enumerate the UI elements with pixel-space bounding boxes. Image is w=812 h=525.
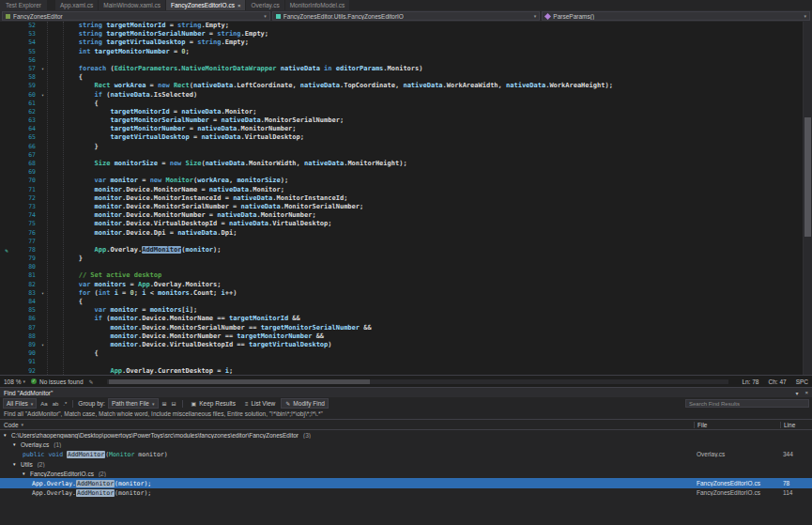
- breakpoint-margin[interactable]: [0, 160, 13, 168]
- breakpoint-margin[interactable]: [0, 203, 13, 211]
- code-line[interactable]: 54 string targetVirtualDesktop = string.…: [0, 39, 803, 47]
- breakpoint-margin[interactable]: [0, 73, 13, 82]
- code-text[interactable]: var monitor = new Monitor(workArea, moni…: [47, 177, 288, 185]
- code-text[interactable]: string targetMonitorId = string.Empty;: [47, 22, 229, 30]
- code-line[interactable]: 61 {: [0, 100, 803, 108]
- column-header-line[interactable]: Line: [780, 422, 812, 428]
- breakpoint-margin[interactable]: [0, 238, 13, 246]
- breakpoint-margin[interactable]: [0, 341, 13, 349]
- document-health-indicator[interactable]: ✓ No issues found: [31, 378, 84, 385]
- code-line[interactable]: 73 monitor.Device.MonitorSerialNumber = …: [0, 203, 803, 211]
- breakpoint-margin[interactable]: [0, 367, 13, 376]
- scope-dropdown[interactable]: All Files ▾: [3, 398, 37, 409]
- doc-tab[interactable]: MonitorInfoModel.cs: [285, 0, 350, 10]
- code-text[interactable]: App.Overlay.CurrentDesktop = i;: [47, 367, 233, 376]
- fold-collapse-icon[interactable]: ▾: [38, 341, 47, 349]
- breakpoint-margin[interactable]: [0, 315, 13, 323]
- breakpoint-margin[interactable]: [0, 298, 13, 306]
- code-text[interactable]: monitor.Device.MonitorInstanceId = nativ…: [47, 194, 347, 203]
- code-line[interactable]: 77: [0, 238, 803, 246]
- breakpoint-margin[interactable]: [0, 211, 13, 220]
- code-line[interactable]: 69: [0, 168, 803, 177]
- breakpoint-margin[interactable]: [0, 22, 13, 30]
- code-text[interactable]: monitor.Device.Dpi = nativeData.Dpi;: [47, 229, 237, 238]
- breakpoint-margin[interactable]: [0, 177, 13, 185]
- code-line[interactable]: 57▾ foreach (EditorParameters.NativeMoni…: [0, 65, 803, 73]
- code-line[interactable]: 67: [0, 151, 803, 160]
- code-line[interactable]: ✎78 App.Overlay.AddMonitor(monitor);: [0, 246, 803, 255]
- code-line[interactable]: 84 {: [0, 298, 803, 306]
- code-text[interactable]: for (int i = 0; i < monitors.Count; i++): [47, 289, 237, 298]
- find-result-row[interactable]: App.Overlay.AddMonitor(monitor);FancyZon…: [0, 478, 812, 487]
- code-line[interactable]: 58 {: [0, 73, 803, 82]
- breakpoint-margin[interactable]: [0, 91, 13, 100]
- project-dropdown[interactable]: FancyZonesEditor ▾: [2, 11, 270, 21]
- collapse-all-icon[interactable]: ⊟: [171, 400, 177, 407]
- scrollbar-thumb[interactable]: [804, 117, 811, 238]
- breakpoint-margin[interactable]: [0, 324, 13, 332]
- code-line[interactable]: 85 var monitor = monitors[i];: [0, 306, 803, 315]
- code-line[interactable]: 82 var monitors = App.Overlay.Monitors;: [0, 281, 803, 289]
- code-text[interactable]: targetMonitorId = nativeData.Monitor;: [47, 108, 256, 116]
- breakpoint-margin[interactable]: [0, 30, 13, 39]
- code-line[interactable]: 63 targetMonitorSerialNumber = nativeDat…: [0, 116, 803, 125]
- doc-tab[interactable]: MainWindow.xaml.cs: [99, 0, 165, 10]
- code-line[interactable]: 92 App.Overlay.CurrentDesktop = i;: [0, 367, 803, 376]
- breakpoint-margin[interactable]: [0, 65, 13, 73]
- expand-collapse-icon[interactable]: ▾: [13, 441, 19, 447]
- group-by-dropdown[interactable]: Path then File ▾: [108, 398, 159, 409]
- code-text[interactable]: monitor.Device.MonitorNumber = nativeDat…: [47, 211, 316, 220]
- code-line[interactable]: 71 monitor.Device.MonitorName = nativeDa…: [0, 186, 803, 194]
- code-line[interactable]: 62 targetMonitorId = nativeData.Monitor;: [0, 108, 803, 116]
- close-icon[interactable]: ×: [804, 390, 808, 395]
- code-line[interactable]: 90 {: [0, 349, 803, 358]
- code-text[interactable]: targetVirtualDesktop = nativeData.Virtua…: [47, 133, 304, 142]
- breakpoint-margin[interactable]: [0, 220, 13, 228]
- fold-collapse-icon[interactable]: ▾: [38, 91, 47, 100]
- code-line[interactable]: 81 // Set active desktop: [0, 271, 803, 280]
- find-result-group-row[interactable]: ▾Overlay.cs(1): [0, 440, 812, 449]
- edit-marker-icon[interactable]: ✎: [0, 246, 13, 255]
- breakpoint-margin[interactable]: [0, 168, 13, 177]
- code-text[interactable]: }: [47, 143, 99, 151]
- expand-all-icon[interactable]: ⊞: [161, 400, 168, 407]
- code-line[interactable]: 88 monitor.Device.MonitorNumber == targe…: [0, 332, 803, 341]
- breakpoint-margin[interactable]: [0, 186, 13, 194]
- find-result-group-row[interactable]: ▾FancyZonesEditorIO.cs(2): [0, 469, 812, 478]
- list-view-toggle[interactable]: ≡ List View: [241, 399, 278, 408]
- code-text[interactable]: targetMonitorSerialNumber = nativeData.M…: [47, 116, 344, 125]
- code-line[interactable]: 83▾ for (int i = 0; i < monitors.Count; …: [0, 289, 803, 298]
- code-text[interactable]: string targetVirtualDesktop = string.Emp…: [47, 39, 249, 47]
- code-text[interactable]: Size monitorSize = new Size(nativeData.M…: [47, 160, 407, 168]
- breakpoint-margin[interactable]: [0, 332, 13, 341]
- code-text[interactable]: Rect workArea = new Rect(nativeData.Left…: [47, 82, 613, 90]
- code-text[interactable]: var monitors = App.Overlay.Monitors;: [47, 281, 222, 289]
- code-text[interactable]: targetMonitorNumber = nativeData.Monitor…: [47, 125, 297, 133]
- doc-tab[interactable]: Overlay.cs: [246, 0, 283, 10]
- breakpoint-margin[interactable]: [0, 116, 13, 125]
- code-line[interactable]: 74 monitor.Device.MonitorNumber = native…: [0, 211, 803, 220]
- breakpoint-margin[interactable]: [0, 100, 13, 108]
- code-line[interactable]: 79 }: [0, 255, 803, 263]
- match-case-icon[interactable]: Aa: [39, 401, 48, 407]
- code-line[interactable]: 56: [0, 56, 803, 65]
- expand-collapse-icon[interactable]: ▾: [23, 471, 28, 476]
- breakpoint-margin[interactable]: [0, 263, 13, 271]
- code-line[interactable]: 64 targetMonitorNumber = nativeData.Moni…: [0, 125, 803, 133]
- code-line[interactable]: 59 Rect workArea = new Rect(nativeData.L…: [0, 82, 803, 90]
- code-text[interactable]: }: [47, 255, 83, 263]
- code-editor[interactable]: 52 string targetMonitorId = string.Empty…: [0, 22, 812, 375]
- code-text[interactable]: {: [47, 298, 83, 306]
- breakpoint-margin[interactable]: [0, 281, 13, 289]
- breakpoint-margin[interactable]: [0, 108, 13, 116]
- window-position-icon[interactable]: ▾: [795, 390, 798, 396]
- breakpoint-margin[interactable]: [0, 125, 13, 133]
- breakpoint-margin[interactable]: [0, 255, 13, 263]
- scrollbar-thumb[interactable]: [109, 379, 370, 384]
- code-text[interactable]: monitor.Device.MonitorSerialNumber == ta…: [47, 324, 372, 332]
- breakpoint-margin[interactable]: [0, 48, 13, 56]
- tab-test-explorer[interactable]: Test Explorer: [0, 0, 47, 10]
- breakpoint-margin[interactable]: [0, 56, 13, 65]
- code-text[interactable]: string targetMonitorSerialNumber = strin…: [47, 30, 268, 39]
- code-line[interactable]: 52 string targetMonitorId = string.Empty…: [0, 22, 803, 30]
